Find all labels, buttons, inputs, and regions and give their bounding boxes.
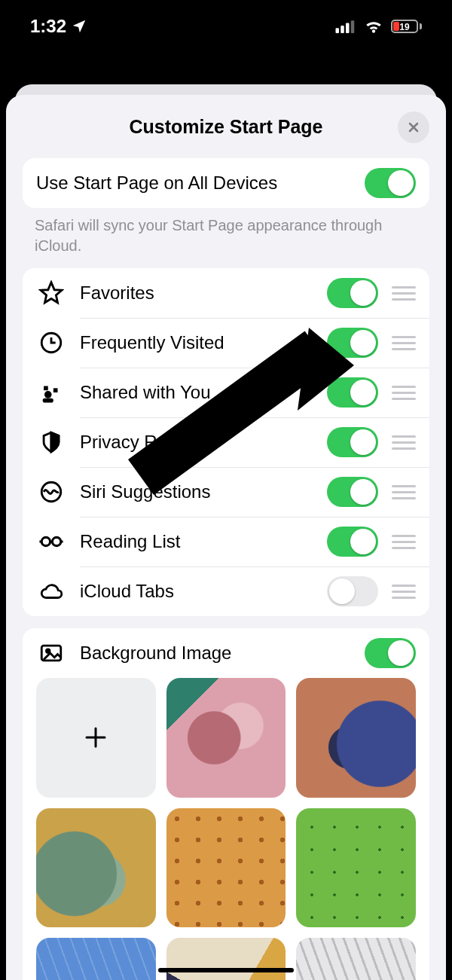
background-tile[interactable]	[166, 938, 286, 980]
section-row-shield: Privacy Report	[23, 417, 429, 467]
sync-row: Use Start Page on All Devices	[23, 158, 429, 208]
battery-indicator: 19	[391, 20, 422, 33]
section-toggle-people[interactable]	[327, 377, 378, 408]
svg-rect-2	[346, 23, 350, 34]
section-toggle-siri[interactable]	[327, 477, 378, 507]
drag-handle-icon[interactable]	[392, 386, 416, 400]
cloud-icon	[36, 579, 66, 604]
svg-rect-1	[341, 26, 344, 33]
clock-icon	[36, 330, 66, 356]
section-label: Favorites	[80, 282, 327, 304]
background-tile[interactable]	[296, 678, 416, 798]
section-toggle-glasses[interactable]	[327, 527, 378, 557]
drag-handle-icon[interactable]	[392, 535, 416, 549]
background-label: Background Image	[80, 643, 365, 664]
background-grid	[23, 678, 429, 980]
photo-icon	[36, 640, 66, 666]
cellular-icon	[335, 20, 356, 33]
section-label: Privacy Report	[80, 432, 327, 453]
background-row: Background Image	[23, 628, 429, 678]
background-tile[interactable]	[296, 938, 416, 980]
sync-card: Use Start Page on All Devices	[23, 158, 429, 208]
svg-rect-3	[351, 20, 355, 33]
glasses-icon	[36, 529, 66, 554]
section-row-clock: Frequently Visited	[23, 318, 429, 368]
add-background-tile[interactable]	[36, 678, 156, 798]
siri-icon	[36, 479, 66, 505]
section-row-glasses: Reading List	[23, 517, 429, 566]
background-tile[interactable]	[36, 938, 156, 980]
background-tile[interactable]	[296, 808, 416, 928]
close-icon	[406, 120, 421, 135]
background-tile[interactable]	[166, 808, 286, 928]
device-frame: 1:32 19 Customize Start Page	[0, 0, 452, 980]
plus-icon	[82, 724, 109, 751]
location-icon	[71, 18, 87, 35]
battery-percent: 19	[392, 22, 417, 32]
star-icon	[36, 280, 66, 306]
section-row-siri: Siri Suggestions	[23, 467, 429, 517]
home-indicator[interactable]	[158, 968, 294, 972]
section-row-star: Favorites	[23, 268, 429, 318]
sync-label: Use Start Page on All Devices	[36, 172, 365, 194]
section-toggle-shield[interactable]	[327, 427, 378, 457]
svg-point-5	[44, 391, 52, 398]
close-button[interactable]	[398, 111, 429, 143]
background-card: Background Image	[23, 628, 429, 980]
status-left: 1:32	[30, 16, 87, 37]
sheet-header: Customize Start Page	[6, 107, 446, 146]
drag-handle-icon[interactable]	[392, 585, 416, 599]
section-label: iCloud Tabs	[80, 581, 327, 602]
section-row-cloud: iCloud Tabs	[23, 566, 429, 616]
svg-point-13	[46, 649, 50, 653]
svg-rect-6	[43, 398, 53, 403]
section-label: Frequently Visited	[80, 332, 327, 353]
wifi-icon	[364, 17, 383, 36]
svg-point-11	[52, 537, 60, 545]
section-label: Reading List	[80, 531, 327, 552]
settings-sheet: Customize Start Page Use Start Page on A…	[6, 95, 446, 980]
drag-handle-icon[interactable]	[392, 435, 416, 450]
drag-handle-icon[interactable]	[392, 485, 416, 499]
status-time: 1:32	[30, 16, 66, 37]
svg-rect-0	[336, 28, 340, 33]
sync-toggle[interactable]	[365, 168, 416, 198]
svg-rect-8	[44, 386, 48, 391]
people-icon	[36, 380, 66, 405]
section-toggle-cloud[interactable]	[327, 576, 378, 606]
shield-icon	[36, 429, 66, 455]
background-tile[interactable]	[36, 808, 156, 928]
sections-card: FavoritesFrequently VisitedShared with Y…	[23, 268, 429, 616]
svg-point-10	[41, 537, 50, 545]
svg-rect-7	[53, 388, 58, 392]
status-right: 19	[335, 17, 422, 36]
section-label: Siri Suggestions	[80, 481, 327, 502]
sync-helper-text: Safari will sync your Start Page appeara…	[6, 208, 446, 256]
section-label: Shared with You	[80, 382, 327, 403]
background-toggle[interactable]	[365, 638, 416, 668]
section-row-people: Shared with You	[23, 368, 429, 417]
sheet-title: Customize Start Page	[129, 116, 322, 138]
status-bar: 1:32 19	[0, 0, 452, 53]
background-tile[interactable]	[166, 678, 286, 798]
section-toggle-star[interactable]	[327, 278, 378, 308]
drag-handle-icon[interactable]	[392, 286, 416, 301]
section-toggle-clock[interactable]	[327, 328, 378, 358]
drag-handle-icon[interactable]	[392, 336, 416, 350]
